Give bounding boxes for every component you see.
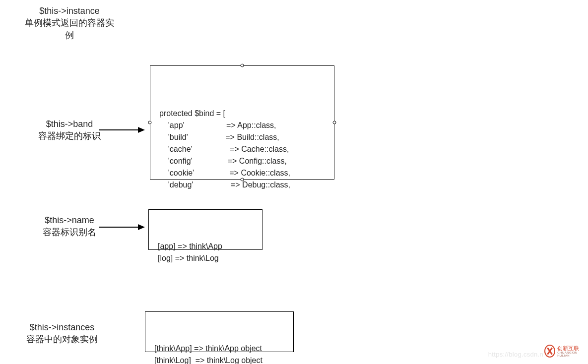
- brand-name: 创新互联: [557, 345, 579, 351]
- label-instances-title: $this->instances: [12, 321, 112, 333]
- arrow-name-icon: [99, 221, 149, 233]
- label-instance-sub: 单例模式返回的容器实 例: [20, 17, 119, 41]
- svg-marker-3: [138, 224, 145, 230]
- label-instances: $this->instances 容器中的对象实例: [12, 321, 112, 346]
- label-instances-sub: 容器中的对象实例: [12, 333, 112, 345]
- watermark-text: https://blog.csdn.n: [488, 351, 543, 358]
- label-instance: $this->instance 单例模式返回的容器实 例: [20, 5, 119, 41]
- label-instance-title: $this->instance: [20, 5, 119, 17]
- svg-marker-1: [138, 127, 145, 133]
- code-box-bind: protected $bind = [ 'app' => App::class,…: [150, 65, 334, 180]
- brand-tag: CHUANGXIN HULIAN: [557, 351, 585, 357]
- brand-logo-text: 创新互联 CHUANGXIN HULIAN: [557, 346, 585, 357]
- arrow-bind-icon: [99, 124, 149, 136]
- code-box-name: [app] => think\App [log] => think\Log: [148, 209, 262, 250]
- code-name-content: [app] => think\App [log] => think\Log: [158, 241, 253, 264]
- brand-logo-icon: [544, 345, 555, 358]
- code-instances-content: [think\App] => think\App object [think\L…: [154, 343, 284, 364]
- brand-logo: 创新互联 CHUANGXIN HULIAN: [544, 341, 585, 361]
- code-box-instances: [think\App] => think\App object [think\L…: [145, 311, 294, 352]
- anchor-right-icon: [333, 121, 336, 124]
- anchor-bottom-icon: [241, 178, 244, 182]
- anchor-top-icon: [241, 64, 244, 67]
